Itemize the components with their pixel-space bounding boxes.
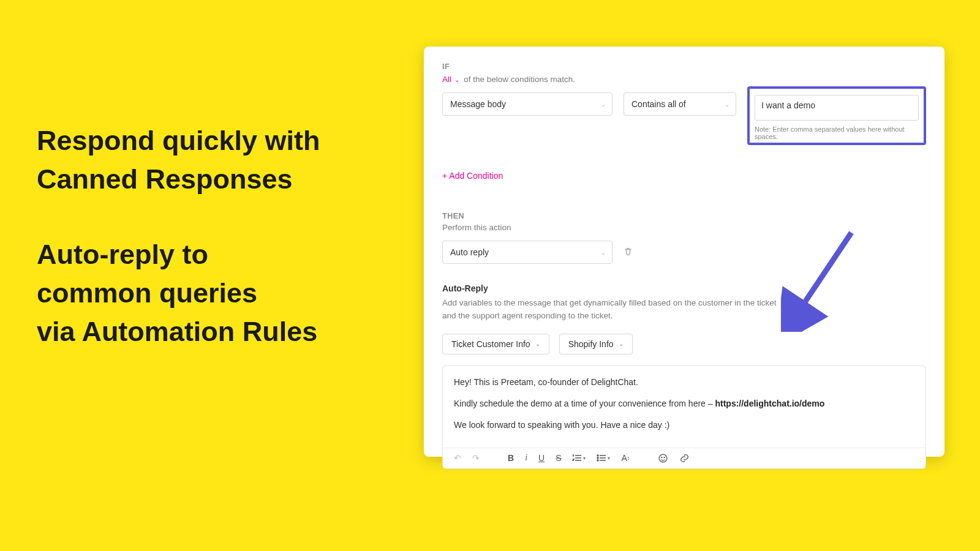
reply-paragraph-2: Kindly schedule the demo at a time of yo… <box>454 397 914 410</box>
then-label: THEN <box>442 212 926 220</box>
list-ul-icon <box>597 454 606 462</box>
italic-button[interactable]: i <box>525 453 527 463</box>
chevron-down-icon: ⌄ <box>619 340 624 347</box>
delete-action-button[interactable] <box>624 247 633 258</box>
undo-button[interactable]: ↶ <box>454 453 461 463</box>
svg-point-5 <box>664 457 665 457</box>
promo-line-3: Auto-reply to <box>37 235 320 274</box>
font-size-button[interactable]: A↕ <box>621 453 630 463</box>
condition-value-highlight: Note: Enter comma separated values here … <box>747 86 926 145</box>
auto-reply-desc: Add variables to the message that get dy… <box>442 297 785 323</box>
shopify-info-dropdown[interactable]: Shopify Info⌄ <box>559 334 633 354</box>
chevron-down-icon: ⌄ <box>725 101 729 108</box>
if-label: IF <box>442 62 926 71</box>
reply-paragraph-1: Hey! This is Preetam, co-founder of Deli… <box>454 376 914 389</box>
reply-editor-body[interactable]: Hey! This is Preetam, co-founder of Deli… <box>443 366 925 448</box>
link-button[interactable] <box>679 453 690 463</box>
ticket-customer-info-dropdown[interactable]: Ticket Customer Info⌄ <box>442 334 549 354</box>
demo-link[interactable]: https://delightchat.io/demo <box>715 399 824 408</box>
underline-button[interactable]: U <box>538 453 545 463</box>
condition-quantifier-line: All ⌄ of the below conditions match. <box>442 75 926 84</box>
emoji-button[interactable] <box>658 453 668 463</box>
bold-button[interactable]: B <box>508 453 514 463</box>
condition-operator-select[interactable]: Contains all of ⌄ <box>624 92 736 116</box>
svg-point-2 <box>597 460 598 461</box>
unordered-list-button[interactable]: ▾ <box>597 454 610 462</box>
promo-line-5: via Automation Rules <box>37 312 320 351</box>
svg-point-4 <box>662 457 662 457</box>
emoji-icon <box>658 453 668 463</box>
chevron-down-icon: ⌄ <box>535 340 540 347</box>
auto-reply-title: Auto-Reply <box>442 283 926 293</box>
promo-text: Respond quickly with Canned Responses Au… <box>37 121 320 351</box>
svg-point-1 <box>597 457 598 459</box>
trash-icon <box>624 247 633 256</box>
perform-action-label: Perform this action <box>442 223 926 232</box>
svg-point-3 <box>659 454 667 462</box>
automation-rule-card: IF All ⌄ of the below conditions match. … <box>424 47 944 457</box>
svg-point-0 <box>597 455 598 456</box>
reply-paragraph-3: We look forward to speaking with you. Ha… <box>454 419 914 432</box>
strikethrough-button[interactable]: S <box>556 453 561 463</box>
condition-field-select[interactable]: Message body ⌄ <box>442 92 612 116</box>
editor-toolbar: ↶ ↷ B i U S ▾ ▾ A↕ <box>443 448 925 468</box>
promo-line-2: Canned Responses <box>37 160 320 198</box>
quantifier-dropdown[interactable]: All ⌄ <box>442 75 459 84</box>
chevron-down-icon: ⌄ <box>601 249 606 256</box>
quantifier-suffix: of the below conditions match. <box>464 75 575 84</box>
condition-value-note: Note: Enter comma separated values here … <box>755 126 919 140</box>
promo-line-1: Respond quickly with <box>37 121 320 160</box>
action-select[interactable]: Auto reply ⌄ <box>442 241 612 264</box>
chevron-down-icon: ⌄ <box>601 101 606 108</box>
list-ol-icon <box>572 454 582 462</box>
reply-editor: Hey! This is Preetam, co-founder of Deli… <box>442 365 926 469</box>
chevron-down-icon: ⌄ <box>453 77 459 83</box>
condition-value-input[interactable] <box>755 95 919 121</box>
redo-button[interactable]: ↷ <box>472 453 480 463</box>
promo-line-4: common queries <box>37 274 320 312</box>
add-condition-button[interactable]: + Add Condition <box>442 171 503 181</box>
link-icon <box>679 453 690 463</box>
ordered-list-button[interactable]: ▾ <box>572 454 586 462</box>
